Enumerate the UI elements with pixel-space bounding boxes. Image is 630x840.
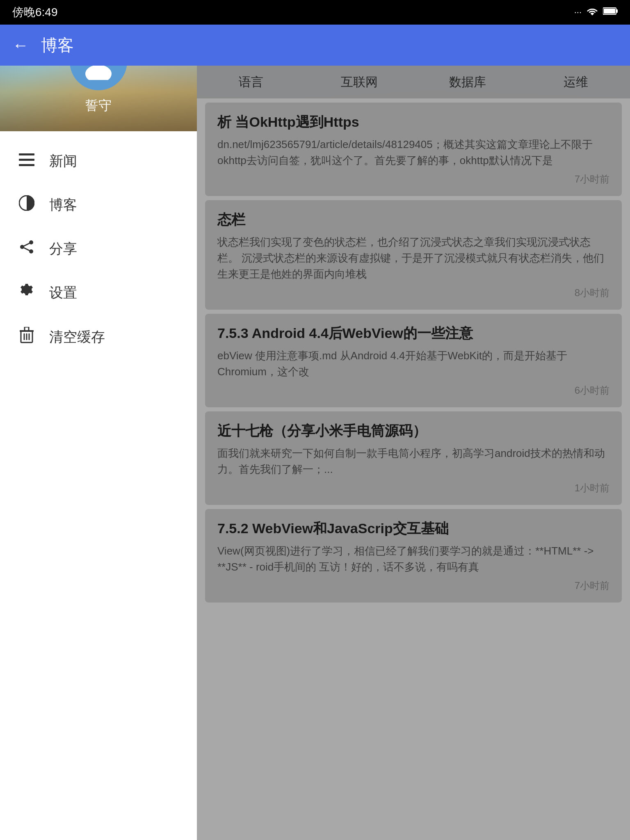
sidebar-item-label: 分享 xyxy=(49,240,77,258)
sidebar-item-news[interactable]: 新闻 xyxy=(0,139,197,183)
app-bar: ← 博客 xyxy=(0,25,630,66)
svg-rect-7 xyxy=(19,164,34,166)
blog-icon xyxy=(16,195,37,215)
svg-rect-2 xyxy=(604,9,615,14)
svg-point-11 xyxy=(29,249,33,253)
status-icons: ··· xyxy=(574,7,618,18)
trash-icon xyxy=(16,327,37,347)
svg-point-4 xyxy=(85,65,112,80)
share-icon xyxy=(16,239,37,258)
status-bar: 傍晚6:49 ··· xyxy=(0,0,630,25)
svg-point-10 xyxy=(20,245,24,249)
sidebar-item-label: 清空缓存 xyxy=(49,328,105,347)
drawer-menu: 新闻 博客 分享 xyxy=(0,131,197,840)
svg-point-9 xyxy=(29,240,33,244)
sidebar-item-label: 设置 xyxy=(49,283,77,302)
gear-icon xyxy=(16,283,37,302)
svg-line-13 xyxy=(24,248,30,251)
sidebar-item-label: 博客 xyxy=(49,196,77,215)
status-time: 傍晚6:49 xyxy=(12,5,58,20)
svg-rect-6 xyxy=(19,159,34,161)
sidebar-item-settings[interactable]: 设置 xyxy=(0,271,197,315)
signal-icon: ··· xyxy=(574,7,582,18)
list-icon xyxy=(16,153,37,170)
sidebar-item-share[interactable]: 分享 xyxy=(0,227,197,271)
page-title: 博客 xyxy=(41,34,74,57)
navigation-drawer: 誓守 新闻 博客 xyxy=(0,0,197,840)
sidebar-item-blog[interactable]: 博客 xyxy=(0,183,197,227)
battery-icon xyxy=(603,7,618,18)
wifi-icon xyxy=(587,7,598,18)
back-button[interactable]: ← xyxy=(12,36,29,55)
sidebar-item-label: 新闻 xyxy=(49,152,77,171)
svg-line-12 xyxy=(24,243,30,246)
svg-rect-5 xyxy=(19,153,34,155)
sidebar-item-clear-cache[interactable]: 清空缓存 xyxy=(0,315,197,359)
username: 誓守 xyxy=(85,97,112,115)
svg-rect-1 xyxy=(616,9,618,13)
